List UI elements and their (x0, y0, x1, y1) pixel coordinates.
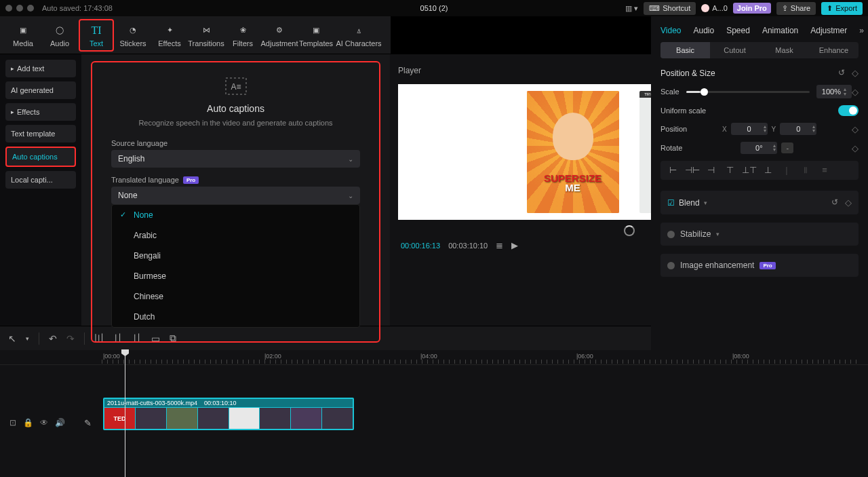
subtab-basic[interactable]: Basic (660, 42, 710, 58)
scale-slider[interactable] (686, 91, 810, 93)
keyframe-icon[interactable]: ◇ (852, 143, 859, 153)
layout-icon[interactable]: ▥ ▾ (625, 4, 638, 13)
radio-off-icon[interactable] (667, 231, 675, 238)
redo-icon[interactable]: ↷ (66, 333, 75, 344)
undo-icon[interactable]: ↶ (49, 333, 57, 344)
pencil-icon[interactable]: ✎ (84, 418, 92, 428)
captions-description: Recognize speech in the video and genera… (111, 118, 360, 128)
option-none[interactable]: None (112, 205, 359, 225)
tab-filters[interactable]: ❀Filters (225, 20, 260, 50)
inspector-tab-animation[interactable]: Animation (762, 26, 798, 35)
pro-badge: Pro (760, 262, 775, 269)
keyframe-icon[interactable]: ◇ (845, 197, 852, 208)
adjustment-icon: ⚙ (272, 23, 287, 38)
tab-audio[interactable]: ◯Audio (42, 20, 77, 50)
align-bottom-icon[interactable]: ⊥ (761, 165, 774, 176)
more-tabs-icon[interactable]: » (859, 26, 864, 35)
reset-icon[interactable]: ↺ (838, 68, 845, 78)
tab-ai-characters[interactable]: ⍋AI Characters (335, 20, 382, 50)
captions-title: Auto captions (111, 103, 360, 114)
sidebar-auto-captions[interactable]: Auto captions (5, 147, 76, 167)
loading-icon (624, 225, 635, 236)
position-x-input[interactable]: 0▴▾ (731, 123, 768, 135)
inspector-tab-adjustment[interactable]: Adjustmer (810, 26, 847, 35)
tab-text[interactable]: TIText (79, 19, 114, 52)
radio-off-icon[interactable] (667, 262, 675, 269)
align-left-icon[interactable]: ⊢ (666, 165, 679, 176)
subtab-mask[interactable]: Mask (760, 42, 809, 58)
blend-section[interactable]: ☑Blend▾ ↺◇ (660, 191, 859, 214)
checkbox-icon[interactable]: ☑ (667, 198, 675, 208)
option-chinese[interactable]: Chinese (112, 286, 359, 307)
shortcut-button[interactable]: ⌨Shortcut (644, 2, 696, 15)
tab-effects[interactable]: ✦Effects (152, 20, 187, 50)
align-center-h-icon[interactable]: ⊣⊢ (685, 165, 698, 176)
collapse-icon[interactable]: ⊡ (9, 418, 16, 427)
clip-thumb (167, 408, 197, 429)
pointer-icon[interactable]: ↖ (8, 333, 16, 344)
tab-templates[interactable]: ▣Templates (298, 20, 334, 50)
inspector-tab-video[interactable]: Video (660, 26, 681, 35)
arrow-down-icon[interactable]: ▾ (26, 335, 29, 342)
position-y-input[interactable]: 0▴▾ (780, 123, 816, 135)
reset-icon[interactable]: ↺ (831, 197, 838, 208)
option-burmese[interactable]: Burmese (112, 266, 359, 286)
keyframe-icon[interactable]: ◇ (852, 68, 859, 78)
tab-media[interactable]: ▣Media (5, 20, 41, 50)
chevron-down-icon: ⌄ (348, 192, 353, 199)
min-dot[interactable] (16, 5, 23, 12)
user-chip[interactable]: A...0 (701, 4, 728, 12)
rotate-input[interactable]: 0°▴▾ (741, 142, 777, 154)
distribute-h-icon[interactable]: ⫴ (799, 165, 812, 176)
align-middle-icon[interactable]: ⊥⊤ (742, 165, 755, 176)
share-button[interactable]: ⇪Share (776, 2, 816, 15)
distribute-v-icon[interactable]: ≡ (818, 165, 831, 176)
clip-thumb (260, 408, 290, 429)
translated-language-label: Translated language Pro (111, 176, 360, 184)
uniform-toggle[interactable] (838, 105, 859, 116)
join-pro-button[interactable]: Join Pro (733, 3, 771, 14)
rotate-reset[interactable]: - (781, 142, 793, 153)
tab-adjustment[interactable]: ⚙Adjustment (262, 20, 297, 50)
inspector-tab-audio[interactable]: Audio (693, 26, 714, 35)
video-clip[interactable]: 2011u-matt-cutts-003-5000k.mp400:03:10:1… (103, 398, 354, 430)
sidebar-local-captions[interactable]: Local capti... (5, 171, 76, 189)
tab-stickers[interactable]: ◔Stickers (115, 20, 151, 50)
translated-language-select[interactable]: None⌄ (111, 187, 360, 204)
ai-icon: ⍋ (351, 23, 366, 38)
timeline-ruler[interactable]: |00:00 |02:00 |04:00 |06:00 |08:00 (0, 350, 868, 365)
align-top-icon[interactable]: ⊤ (723, 165, 736, 176)
option-dutch[interactable]: Dutch (112, 307, 359, 327)
align-right-icon[interactable]: ⊣ (704, 165, 717, 176)
top-tabs: ▣Media ◯Audio TIText ◔Stickers ✦Effects … (0, 16, 391, 54)
option-bengali[interactable]: Bengali (112, 246, 359, 266)
max-dot[interactable] (27, 5, 34, 12)
stabilize-section[interactable]: Stabilize▾ (660, 223, 859, 246)
transitions-icon: ⋈ (199, 23, 214, 38)
effects-icon: ✦ (162, 23, 177, 38)
subtab-cutout[interactable]: Cutout (710, 42, 760, 58)
sidebar-add-text[interactable]: Add text (5, 60, 76, 77)
timeline[interactable]: |00:00 |02:00 |04:00 |06:00 |08:00 ⊡ 🔒 👁… (0, 350, 868, 477)
sidebar-text-template[interactable]: Text template (5, 125, 76, 142)
inspector-tab-speed[interactable]: Speed (726, 26, 750, 35)
clip-thumb (322, 408, 353, 429)
subtab-enhance[interactable]: Enhance (809, 42, 859, 58)
option-arabic[interactable]: Arabic (112, 225, 359, 246)
close-dot[interactable] (5, 5, 12, 12)
play-button[interactable]: ▶ (511, 240, 518, 250)
mute-icon[interactable]: 🔊 (55, 418, 65, 427)
sidebar-ai-generated[interactable]: AI generated (5, 81, 76, 99)
lock-icon[interactable]: 🔒 (23, 418, 33, 427)
keyframe-icon[interactable]: ◇ (852, 87, 859, 97)
sidebar-effects[interactable]: Effects (5, 103, 76, 121)
playhead[interactable] (125, 350, 125, 477)
list-view-icon[interactable]: ≣ (496, 240, 503, 250)
tab-transitions[interactable]: ⋈Transitions (189, 20, 224, 50)
source-language-select[interactable]: English⌄ (111, 150, 360, 168)
export-button[interactable]: ⬆Export (821, 2, 863, 15)
eye-icon[interactable]: 👁 (40, 418, 48, 427)
keyframe-icon[interactable]: ◇ (852, 124, 859, 134)
scale-value[interactable]: 100%▴▾ (816, 85, 852, 98)
image-enhancement-section[interactable]: Image enhancement Pro (660, 254, 859, 277)
